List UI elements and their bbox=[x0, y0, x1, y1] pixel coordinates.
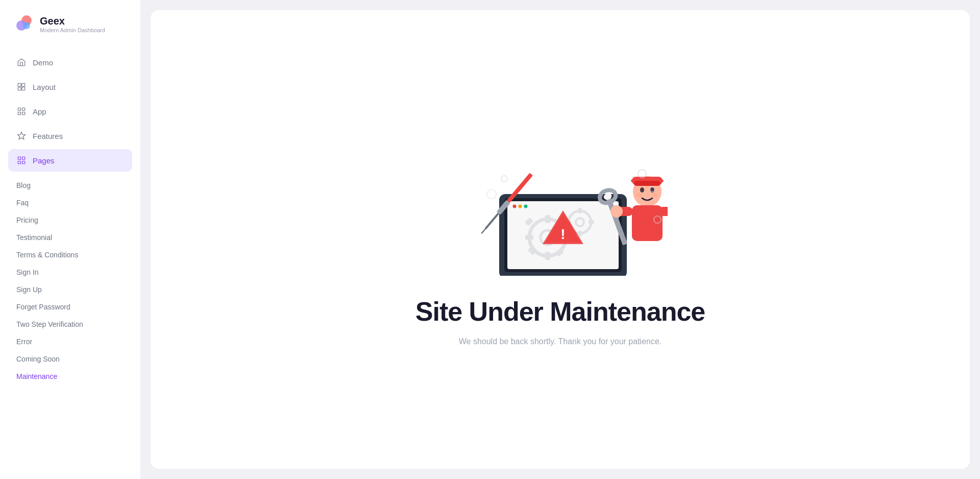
submenu-terms-label: Terms & Conditions bbox=[16, 251, 78, 259]
logo-icon bbox=[15, 14, 35, 34]
svg-rect-10 bbox=[22, 112, 25, 115]
svg-rect-34 bbox=[578, 208, 581, 213]
svg-marker-11 bbox=[18, 132, 26, 139]
submenu-error-label: Error bbox=[16, 338, 32, 346]
submenu-item-terms[interactable]: Terms & Conditions bbox=[8, 246, 132, 264]
sidebar-item-pages-label: Pages bbox=[33, 156, 55, 165]
layout-icon bbox=[16, 82, 27, 92]
svg-point-19 bbox=[512, 205, 516, 208]
svg-point-65 bbox=[501, 176, 507, 182]
submenu-item-forget-password[interactable]: Forget Password bbox=[8, 298, 132, 316]
svg-text:!: ! bbox=[560, 226, 565, 242]
svg-rect-53 bbox=[634, 181, 660, 186]
svg-rect-13 bbox=[22, 157, 25, 159]
svg-rect-3 bbox=[18, 83, 21, 86]
sidebar-item-layout[interactable]: Layout bbox=[8, 76, 132, 98]
svg-rect-4 bbox=[22, 83, 25, 86]
app-subtitle: Modern Admin Dashboard bbox=[40, 27, 105, 33]
submenu-pricing-label: Pricing bbox=[16, 216, 38, 224]
sidebar-item-app[interactable]: App bbox=[8, 100, 132, 123]
pages-icon bbox=[16, 155, 27, 165]
maintenance-illustration: ! bbox=[453, 133, 668, 276]
svg-rect-35 bbox=[578, 231, 581, 236]
svg-point-33 bbox=[576, 218, 584, 226]
submenu-item-testimonial[interactable]: Testimonial bbox=[8, 229, 132, 246]
maintenance-subtitle: We should be back shortly. Thank you for… bbox=[459, 337, 662, 346]
submenu-testimonial-label: Testimonial bbox=[16, 233, 52, 242]
main-nav: Demo Layout App Features bbox=[0, 46, 140, 177]
submenu-item-blog[interactable]: Blog bbox=[8, 177, 132, 194]
submenu-twostep-label: Two Step Verification bbox=[16, 320, 83, 328]
svg-rect-45 bbox=[484, 212, 499, 229]
submenu-signin-label: Sign In bbox=[16, 268, 39, 276]
svg-point-57 bbox=[652, 193, 658, 197]
svg-point-21 bbox=[524, 205, 527, 208]
svg-rect-24 bbox=[545, 215, 550, 223]
logo-text: Geex Modern Admin Dashboard bbox=[40, 15, 105, 33]
svg-point-63 bbox=[638, 170, 646, 178]
svg-rect-61 bbox=[658, 207, 668, 216]
svg-point-54 bbox=[640, 187, 644, 193]
svg-rect-37 bbox=[589, 221, 594, 224]
sidebar-item-features[interactable]: Features bbox=[8, 125, 132, 147]
submenu-item-pricing[interactable]: Pricing bbox=[8, 211, 132, 229]
submenu-faq-label: Faq bbox=[16, 199, 29, 207]
logo-area: Geex Modern Admin Dashboard bbox=[0, 0, 140, 46]
submenu-item-error[interactable]: Error bbox=[8, 333, 132, 350]
svg-rect-25 bbox=[545, 252, 550, 260]
svg-rect-46 bbox=[481, 229, 485, 234]
svg-point-66 bbox=[487, 189, 496, 199]
sidebar-item-features-label: Features bbox=[33, 132, 63, 140]
submenu-maintenance-label: Maintenance bbox=[16, 372, 57, 380]
submenu-item-two-step[interactable]: Two Step Verification bbox=[8, 316, 132, 333]
svg-point-56 bbox=[636, 193, 642, 197]
submenu-coming-soon-label: Coming Soon bbox=[16, 355, 60, 363]
svg-rect-6 bbox=[22, 87, 25, 90]
maintenance-title: Site Under Maintenance bbox=[415, 296, 705, 327]
sidebar-item-pages[interactable]: Pages bbox=[8, 149, 132, 172]
sidebar-item-demo[interactable]: Demo bbox=[8, 51, 132, 74]
home-icon bbox=[16, 57, 27, 67]
svg-rect-5 bbox=[18, 87, 21, 90]
maintenance-card: ! bbox=[151, 10, 970, 469]
submenu-forget-label: Forget Password bbox=[16, 303, 70, 311]
app-name: Geex bbox=[40, 15, 105, 27]
svg-rect-14 bbox=[18, 161, 20, 164]
submenu-blog-label: Blog bbox=[16, 181, 31, 189]
svg-rect-8 bbox=[22, 108, 25, 110]
app-icon bbox=[16, 106, 27, 116]
submenu-item-signup[interactable]: Sign Up bbox=[8, 281, 132, 298]
submenu-item-coming-soon[interactable]: Coming Soon bbox=[8, 350, 132, 368]
submenu-item-faq[interactable]: Faq bbox=[8, 194, 132, 211]
svg-point-20 bbox=[518, 205, 522, 208]
submenu-item-signin[interactable]: Sign In bbox=[8, 264, 132, 281]
svg-rect-12 bbox=[18, 157, 20, 159]
pages-submenu: Blog Faq Pricing Testimonial Terms & Con… bbox=[0, 177, 140, 393]
features-icon bbox=[16, 131, 27, 141]
sidebar: Geex Modern Admin Dashboard Demo Layout … bbox=[0, 0, 140, 479]
svg-rect-26 bbox=[525, 235, 533, 240]
svg-point-60 bbox=[610, 205, 623, 218]
main-content: ! bbox=[140, 0, 980, 479]
svg-rect-7 bbox=[18, 108, 20, 110]
submenu-item-maintenance[interactable]: Maintenance bbox=[8, 368, 132, 385]
submenu-signup-label: Sign Up bbox=[16, 285, 42, 294]
sidebar-item-demo-label: Demo bbox=[33, 58, 53, 67]
svg-rect-9 bbox=[18, 112, 20, 115]
svg-point-2 bbox=[23, 22, 30, 29]
svg-rect-15 bbox=[22, 161, 25, 164]
sidebar-item-app-label: App bbox=[33, 107, 46, 116]
sidebar-item-layout-label: Layout bbox=[33, 83, 56, 91]
